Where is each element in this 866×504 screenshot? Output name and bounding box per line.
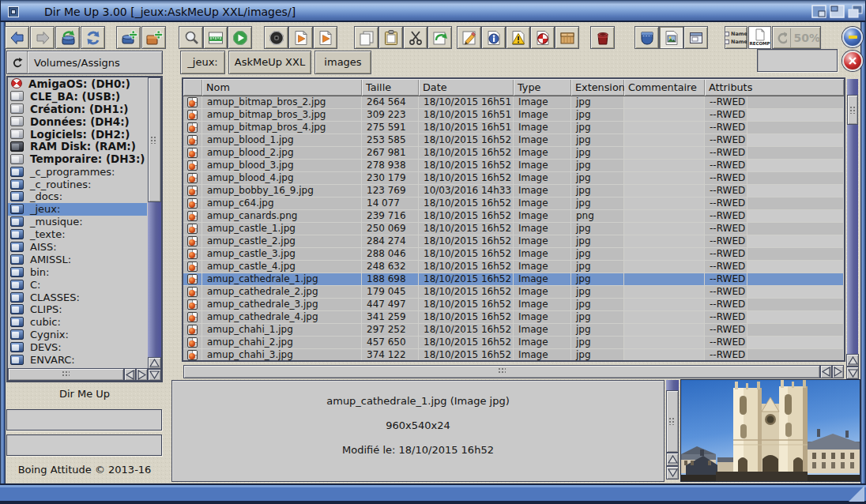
sidebar-item[interactable]: CLIPS: (8, 303, 147, 316)
sidebar-item[interactable]: _c_routines: (8, 178, 147, 190)
filter-input[interactable] (757, 49, 838, 72)
file-list-header[interactable]: Nom Taille Date Type Extension Commentai… (183, 79, 844, 96)
breadcrumb-images[interactable]: images (314, 51, 371, 74)
sort-names-button[interactable]: Name Name (725, 26, 747, 49)
file-row[interactable]: amup_bitmap_bros_3.jpg 309 223 18/10/201… (183, 109, 844, 122)
depth-button[interactable] (848, 5, 864, 19)
forward-button[interactable] (30, 26, 55, 49)
file-row[interactable]: amup_blood_2.jpg 267 981 18/10/2015 16h5… (183, 147, 844, 160)
breadcrumb-jeux[interactable]: _jeux: (180, 51, 225, 74)
file-row[interactable]: amup_chahi_2.jpg 457 650 18/10/2015 16h5… (183, 337, 844, 349)
titlebar[interactable]: Dir Me Up 3.00 [_jeux:AskMeUp XXL/images… (0, 0, 866, 22)
column-header-attributes[interactable]: Attributs (705, 79, 844, 96)
sidebar-item[interactable]: C: (8, 278, 147, 291)
run-alt-button[interactable] (313, 26, 337, 49)
sidebar-item[interactable]: Logiciels: (DH2:) (8, 128, 147, 141)
file-row[interactable]: amup_blood_1.jpg 253 585 18/10/2015 16h5… (183, 134, 844, 147)
sidebar-scroll-right-button[interactable] (136, 368, 148, 381)
close-button[interactable] (8, 6, 19, 17)
sidebar-item[interactable]: Cygnix: (8, 329, 147, 341)
sidebar-item[interactable]: Création: (DH1:) (8, 103, 147, 115)
file-row[interactable]: amup_castle_1.jpg 250 069 18/10/2015 16h… (183, 223, 844, 235)
sphere-action-button[interactable] (842, 27, 863, 47)
sidebar-scroll-left-button[interactable] (124, 368, 136, 381)
recomp-button[interactable]: RECOMP (748, 26, 771, 49)
file-row[interactable]: amup_castle_2.jpg 284 274 18/10/2015 16h… (183, 235, 844, 248)
table-scroll-up-button[interactable] (846, 354, 859, 367)
column-header-name[interactable]: Nom (202, 79, 362, 96)
resize-handle[interactable] (849, 486, 864, 502)
preview-scroll-down-button[interactable] (666, 466, 679, 480)
pocket-button[interactable] (634, 26, 659, 49)
sidebar-hscroll-knob[interactable] (8, 368, 124, 381)
file-row[interactable]: amup_cathedrale_2.jpg 179 045 18/10/2015… (183, 286, 844, 299)
iconify-button[interactable] (811, 5, 827, 19)
new-volume-button[interactable] (116, 26, 141, 49)
sidebar-item[interactable]: _musique: (8, 216, 147, 228)
file-row[interactable]: amup_blood_3.jpg 278 938 18/10/2015 16h5… (183, 160, 844, 172)
table-scroll-left-button[interactable] (820, 365, 832, 378)
file-row[interactable]: amup_bobby_16_9.jpg 123 769 10/03/2016 1… (183, 185, 844, 197)
file-row[interactable]: amup_castle_4.jpg 248 632 18/10/2015 16h… (183, 261, 844, 273)
sidebar-item[interactable]: CLE_BA: (USB:) (8, 90, 147, 103)
file-row[interactable]: amup_bitmap_bros_2.jpg 264 564 18/10/201… (183, 96, 844, 109)
preview-vscroll-knob[interactable] (666, 390, 679, 453)
column-header-icon[interactable] (183, 79, 202, 96)
search-button[interactable] (179, 26, 203, 49)
sidebar-item[interactable]: _texte: (8, 228, 147, 241)
refresh-button[interactable] (81, 26, 105, 49)
trash-button[interactable] (590, 26, 615, 49)
sidebar-item[interactable]: AISS: (8, 241, 147, 254)
zoom-button[interactable] (830, 5, 845, 19)
window-view-button[interactable] (683, 26, 708, 49)
file-row[interactable]: amup_canards.png 239 716 18/10/2015 16h5… (183, 210, 844, 223)
table-vscroll-knob[interactable] (847, 95, 858, 125)
sidebar-item[interactable]: cubic: (8, 316, 147, 329)
sidebar-item[interactable]: _jeux: (8, 203, 147, 216)
table-scroll-down-button[interactable] (846, 367, 859, 379)
column-header-comment[interactable]: Commentaire (624, 79, 705, 96)
file-row[interactable]: amup_cathedrale_3.jpg 447 497 18/10/2015… (183, 299, 844, 311)
column-header-date[interactable]: Date (419, 79, 514, 96)
sidebar-item[interactable]: _c_programmes: (8, 165, 147, 178)
sidebar-item[interactable]: CLASSES: (8, 291, 147, 303)
sidebar-item[interactable]: Temporaire: (DH3:) (8, 152, 147, 165)
start-button[interactable] (228, 26, 252, 49)
cut-button[interactable] (403, 26, 427, 49)
information-button[interactable] (481, 26, 506, 49)
sidebar-item[interactable]: Données: (DH4:) (8, 115, 147, 128)
sidebar-item[interactable]: AMISSL: (8, 253, 147, 265)
breadcrumb-askmeup[interactable]: AskMeUp XXL (228, 51, 311, 74)
file-row[interactable]: amup_c64.jpg 14 077 18/10/2015 16h52 Ima… (183, 197, 844, 210)
run-button[interactable] (288, 26, 313, 49)
column-header-extension[interactable]: Extension (571, 79, 624, 96)
sidebar-item[interactable]: _docs: (8, 190, 147, 203)
table-scroll-right-button[interactable] (832, 365, 844, 378)
file-row[interactable]: amup_cathedrale_4.jpg 341 259 18/10/2015… (183, 311, 844, 324)
preview-button[interactable] (659, 26, 683, 49)
file-row[interactable]: amup_castle_3.jpg 288 046 18/10/2015 16h… (183, 248, 844, 261)
edit-button[interactable] (457, 26, 481, 49)
copy-button[interactable] (354, 26, 378, 49)
paste-button[interactable] (378, 26, 403, 49)
sidebar-item[interactable]: RAM Disk: (RAM:) (8, 140, 147, 152)
back-button[interactable] (5, 26, 29, 49)
file-row[interactable]: amup_blood_4.jpg 230 179 18/10/2015 16h5… (183, 172, 844, 185)
warning-button[interactable] (506, 26, 530, 49)
boing-button[interactable] (530, 26, 555, 49)
column-header-type[interactable]: Type (514, 79, 571, 96)
file-row[interactable]: amup_cathedrale_1.jpg 188 698 18/10/2015… (183, 273, 844, 286)
sidebar-vscroll-knob[interactable] (148, 77, 161, 202)
column-header-size[interactable]: Taille (362, 79, 419, 96)
archive-button[interactable] (555, 26, 579, 49)
sidebar-scroll-up-button[interactable] (148, 357, 161, 369)
file-row[interactable]: amup_bitmap_bros_4.jpg 275 591 18/10/201… (183, 122, 844, 134)
file-row[interactable]: amup_chahi_1.jpg 297 252 18/10/2015 16h5… (183, 324, 844, 337)
record-button[interactable] (264, 26, 288, 49)
sidebar-item[interactable]: AmigaOS: (DH0:) (8, 77, 147, 90)
table-hscroll-knob[interactable] (183, 365, 820, 378)
sidebar-item[interactable]: DEVS: (8, 341, 147, 354)
parent-dir-button[interactable] (55, 26, 80, 49)
snapshot-button[interactable] (203, 26, 228, 49)
image-preview[interactable] (680, 379, 860, 482)
